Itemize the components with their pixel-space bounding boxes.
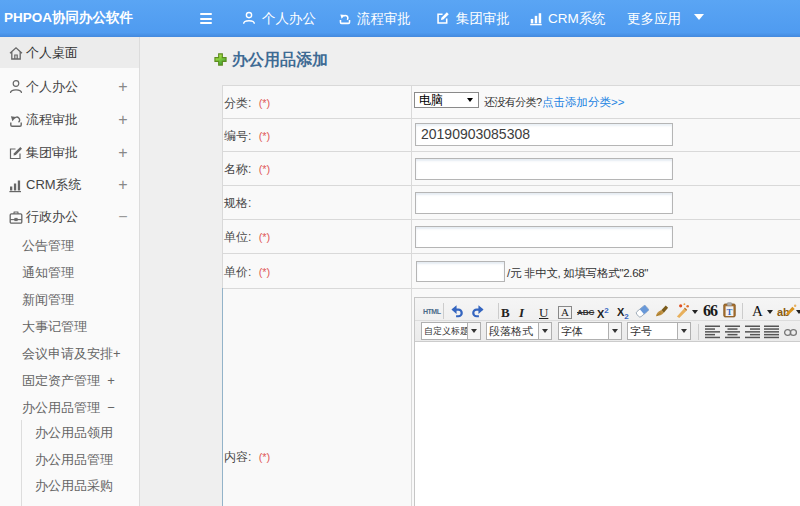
svg-text:T: T: [727, 307, 733, 317]
